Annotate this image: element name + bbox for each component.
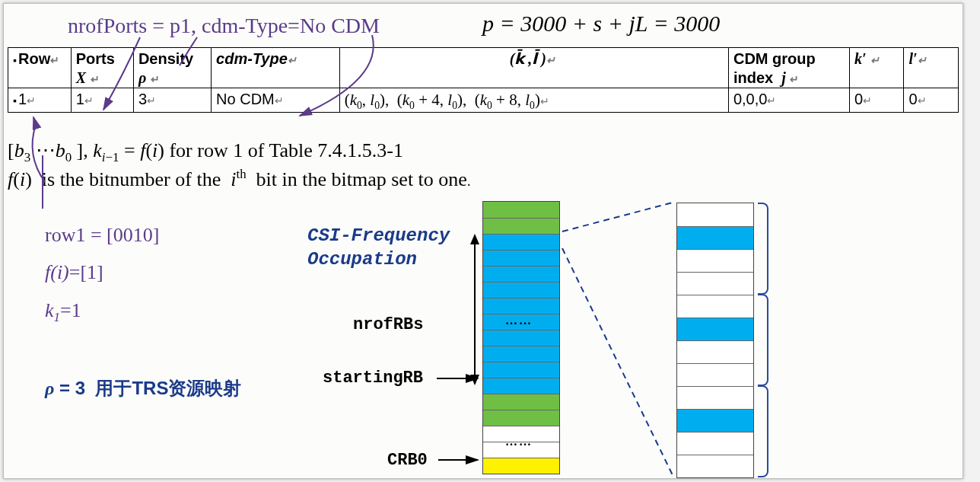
cell-row: ▪1↵ — [8, 88, 72, 113]
annotation-nrofports: nrofPorts = p1, cdm-Type=No CDM — [68, 14, 380, 38]
resource-grid-left — [482, 201, 560, 474]
cell-ports: 1↵ — [71, 88, 133, 113]
row1-values: row1 = [0010] f(i)=[1] k1=1 — [45, 216, 159, 330]
col-kprime: k′ ↵ — [849, 48, 904, 88]
subcarrier-cell — [677, 295, 753, 318]
cell-density: 3↵ — [133, 88, 211, 113]
rb-cell — [483, 346, 559, 362]
rb-cell — [483, 298, 559, 314]
page: nrofPorts = p1, cdm-Type=No CDM p = 3000… — [3, 3, 963, 479]
subcarrier-cell — [677, 340, 753, 363]
subcarrier-cell — [677, 318, 753, 340]
brace-icon — [758, 294, 768, 386]
col-ports: Ports X ↵ — [71, 48, 133, 88]
subcarrier-cell — [677, 455, 753, 477]
rb-cell — [483, 218, 559, 234]
cell-kprime: 0↵ — [849, 88, 904, 113]
subcarrier-cell — [677, 386, 753, 409]
subcarrier-cell — [677, 432, 753, 455]
cell-cdmtype: No CDM↵ — [212, 88, 340, 113]
dots-bottom: …… — [505, 435, 533, 448]
col-lprime: l′↵ — [904, 48, 959, 88]
table-header-row: ▪Row↵ Ports X ↵ Density ρ ↵ cdm-Type↵ (k… — [8, 48, 959, 88]
table-wrapper: ▪Row↵ Ports X ↵ Density ρ ↵ cdm-Type↵ (k… — [8, 47, 959, 113]
params-table: ▪Row↵ Ports X ↵ Density ρ ↵ cdm-Type↵ (k… — [8, 47, 959, 113]
col-cdmgroup: CDM groupindex j ↵ — [728, 48, 849, 88]
resource-grid-right — [676, 203, 754, 478]
cell-cdmgroup: 0,0,0↵ — [728, 88, 849, 113]
subcarrier-cell — [677, 272, 753, 295]
svg-line-3 — [562, 203, 673, 231]
label-csi-freq: CSI-FrequencyOccupation — [307, 224, 450, 271]
row1-bits: row1 = [0010] — [45, 216, 159, 254]
rb-cell — [483, 378, 559, 394]
rho-note: ρ = 3 用于TRS资源映射 — [45, 376, 241, 401]
rb-cell — [483, 250, 559, 266]
subcarrier-cell — [677, 363, 753, 386]
col-row: ▪Row↵ — [8, 48, 72, 88]
dots-middle: …… — [505, 314, 533, 327]
cell-lprime: 0↵ — [904, 88, 959, 113]
label-crb0: CRB0 — [387, 451, 428, 470]
subcarrier-cell — [677, 249, 753, 272]
fi-value: f(i)=[1] — [45, 254, 159, 291]
equation-p: p = 3000 + s + jL = 3000 — [482, 11, 720, 37]
rb-cell — [483, 234, 559, 250]
rb-cell — [483, 362, 559, 378]
ki-value: k1=1 — [45, 292, 159, 330]
rb-cell — [483, 266, 559, 282]
label-startingrb: startingRB — [323, 369, 423, 388]
subcarrier-cell — [677, 409, 753, 432]
col-cdmtype: cdm-Type↵ — [212, 48, 340, 88]
col-density: Density ρ ↵ — [133, 48, 211, 88]
col-kl: (k̄ ,l̄ )↵ — [339, 48, 728, 88]
rb-cell — [483, 282, 559, 298]
svg-line-4 — [562, 248, 673, 475]
rb-cell — [483, 410, 559, 426]
explain-line2: f(i) is the bitnumber of the ith bit in … — [8, 167, 470, 191]
label-nrofrbs: nrofRBs — [353, 315, 423, 334]
brace-icon — [758, 203, 768, 295]
subcarrier-cell — [677, 226, 753, 249]
explain-line1: [b3 ⋯b0 ], ki−1 = f(i) for row 1 of Tabl… — [8, 139, 403, 165]
table-row: ▪1↵ 1↵ 3↵ No CDM↵ (k0, l0), (k0 + 4, l0)… — [8, 88, 959, 113]
rb-cell — [483, 394, 559, 410]
rb-cell — [483, 202, 559, 218]
subcarrier-cell — [677, 203, 753, 226]
brace-icon — [758, 385, 768, 477]
rb-cell — [483, 458, 559, 474]
cell-kl: (k0, l0), (k0 + 4, l0), (k0 + 8, l0)↵ — [339, 88, 728, 113]
rb-cell — [483, 330, 559, 346]
